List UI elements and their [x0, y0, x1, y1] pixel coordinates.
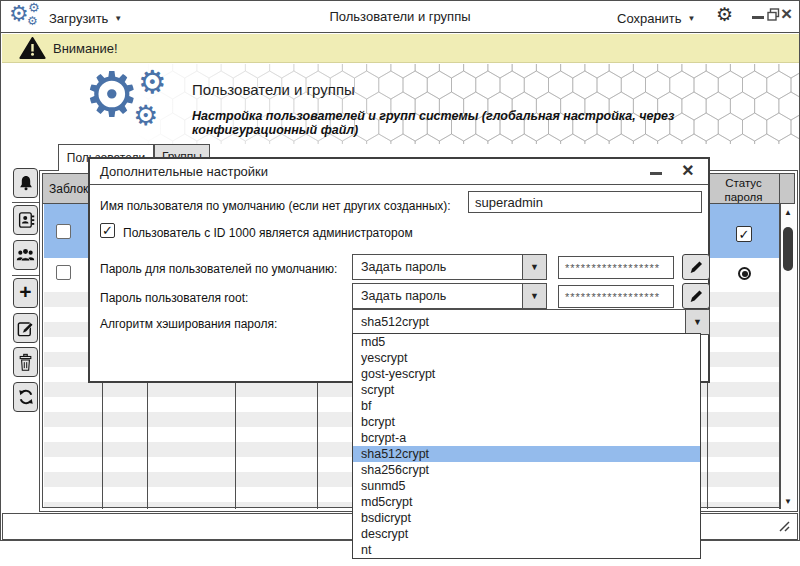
- warning-text: Внимание!: [53, 41, 118, 56]
- chevron-down-icon[interactable]: ▼: [522, 284, 546, 308]
- hash-option-md5crypt[interactable]: md5crypt: [353, 494, 700, 510]
- hash-option-sha256crypt[interactable]: sha256crypt: [353, 462, 700, 478]
- root-password-input[interactable]: ******************: [558, 285, 674, 308]
- hash-option-sha512crypt[interactable]: sha512crypt: [353, 446, 700, 462]
- hash-option-yescrypt[interactable]: yescrypt: [353, 350, 700, 366]
- header-gears-icon: ⚙: [84, 64, 140, 126]
- users-group-icon: [16, 246, 35, 264]
- column-header-password-status: Статус пароля: [708, 175, 779, 204]
- hash-option-bsdicrypt[interactable]: bsdicrypt: [353, 510, 700, 526]
- password-status-radio-row2[interactable]: [738, 267, 751, 280]
- address-book-icon: [17, 210, 35, 230]
- root-password-mode-select[interactable]: Задать пароль ▼: [352, 283, 547, 309]
- hash-dropdown: md5yescryptgost-yescryptscryptbfbcryptbc…: [352, 333, 701, 559]
- default-password-mode-select[interactable]: Задать пароль ▼: [352, 254, 547, 280]
- admin-checkbox-label: Пользователь с ID 1000 является админист…: [123, 226, 413, 240]
- header-gears-icon: ⚙: [133, 102, 158, 130]
- chevron-down-icon[interactable]: ▼: [522, 255, 546, 279]
- password-status-checkbox-row1[interactable]: ✓: [736, 226, 752, 242]
- scroll-up-button[interactable]: ▲: [781, 204, 795, 220]
- page-subtitle: Настройка пользователей и групп системы …: [192, 109, 799, 137]
- header-gears-icon: ⚙: [138, 66, 167, 98]
- minimize-button[interactable]: [752, 16, 764, 19]
- close-button[interactable]: ×: [781, 3, 792, 25]
- dialog-close-button[interactable]: ×: [682, 159, 694, 182]
- blocked-checkbox-row1[interactable]: [56, 224, 71, 239]
- warning-triangle-icon: [19, 37, 46, 60]
- page-title: Пользователи и группы: [192, 81, 355, 98]
- bell-icon: [17, 173, 35, 193]
- chevron-down-icon[interactable]: ▼: [685, 310, 709, 334]
- page-header: ⚙ ⚙ ⚙ Пользователи и группы Настройка по…: [2, 64, 799, 144]
- groups-list-button[interactable]: [13, 240, 38, 270]
- default-password-edit-button[interactable]: [682, 254, 710, 280]
- hash-option-descrypt[interactable]: descrypt: [353, 526, 700, 542]
- add-user-button[interactable]: +: [13, 278, 38, 308]
- default-password-mode-value: Задать пароль: [353, 255, 522, 279]
- default-username-value: superadmin: [475, 195, 543, 210]
- trash-icon: [17, 353, 34, 372]
- hash-option-scrypt[interactable]: scrypt: [353, 382, 700, 398]
- delete-user-button[interactable]: [13, 347, 38, 377]
- root-password-mode-value: Задать пароль: [353, 284, 522, 308]
- plus-icon: +: [19, 280, 31, 304]
- sidebar-divider: [12, 202, 39, 203]
- hash-algorithm-label: Алгоритм хэширования пароля:: [100, 317, 277, 331]
- hash-option-bcrypt-a[interactable]: bcrypt-a: [353, 430, 700, 446]
- pencil-icon: [688, 288, 704, 304]
- restore-icon: [767, 8, 780, 21]
- radio-dot: [742, 271, 748, 277]
- hash-algorithm-select[interactable]: sha512crypt ▼: [352, 309, 710, 335]
- titlebar: ⚙ ⚙ ⚙ Загрузить▼ Пользователи и группы С…: [1, 1, 799, 33]
- pencil-icon: [688, 259, 704, 275]
- default-password-input[interactable]: ******************: [558, 256, 674, 279]
- admin-checkbox[interactable]: ✓: [100, 223, 115, 238]
- hash-option-md5[interactable]: md5: [353, 334, 700, 350]
- dialog-titlebar: Дополнительные настройки ×: [90, 159, 708, 185]
- root-password-label: Пароль пользователя root:: [100, 291, 248, 305]
- save-button-label: Сохранить: [617, 11, 682, 26]
- dialog-minimize-button[interactable]: [650, 172, 662, 175]
- settings-gear-icon[interactable]: ⚙: [716, 5, 733, 24]
- notifications-button[interactable]: [13, 168, 38, 198]
- dialog-title: Дополнительные настройки: [100, 164, 268, 179]
- maximize-button[interactable]: [767, 8, 780, 21]
- hash-option-bcrypt[interactable]: bcrypt: [353, 414, 700, 430]
- save-button[interactable]: Сохранить▼: [617, 9, 696, 27]
- hash-option-bf[interactable]: bf: [353, 398, 700, 414]
- contacts-button[interactable]: [13, 205, 38, 235]
- hash-option-nt[interactable]: nt: [353, 542, 700, 558]
- scroll-thumb[interactable]: [783, 227, 793, 271]
- refresh-button[interactable]: [13, 382, 38, 412]
- hash-option-sunmd5[interactable]: sunmd5: [353, 478, 700, 494]
- edit-user-button[interactable]: [13, 313, 38, 343]
- hash-option-gost-yescrypt[interactable]: gost-yescrypt: [353, 366, 700, 382]
- default-username-input[interactable]: superadmin: [468, 191, 702, 213]
- default-password-label: Пароль для пользователей по умолчанию:: [100, 262, 337, 276]
- scroll-down-button[interactable]: ▼: [781, 493, 795, 509]
- chevron-down-icon: ▼: [688, 14, 696, 23]
- edit-icon: [16, 319, 35, 338]
- table-scrollbar[interactable]: ▲ ▼: [780, 204, 795, 509]
- resize-grip-icon[interactable]: [777, 520, 791, 534]
- sidebar-divider: [12, 275, 39, 276]
- screen: ⚙ ⚙ ⚙ Загрузить▼ Пользователи и группы С…: [0, 0, 800, 566]
- refresh-icon: [17, 388, 35, 406]
- warning-banner: Внимание!: [2, 34, 799, 63]
- hash-algorithm-value: sha512crypt: [353, 310, 685, 334]
- default-username-label: Имя пользователя по умолчанию (если нет …: [100, 199, 451, 213]
- blocked-checkbox-row2[interactable]: [56, 265, 71, 280]
- root-password-edit-button[interactable]: [682, 283, 710, 309]
